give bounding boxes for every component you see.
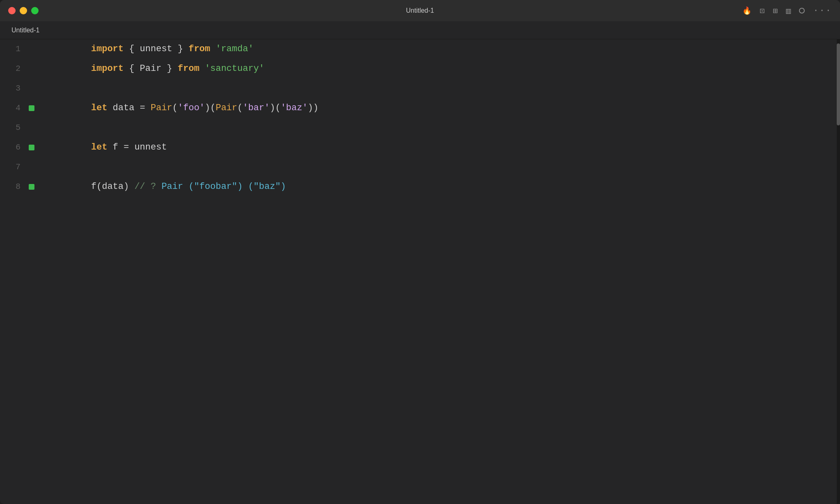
scrollbar-thumb[interactable] <box>837 43 840 125</box>
run-indicator-4 <box>29 105 34 111</box>
string-foo: 'foo' <box>178 103 205 113</box>
grid-icon[interactable]: ⊞ <box>773 6 778 16</box>
line-number-7: 7 <box>8 163 29 171</box>
line-number-2: 2 <box>8 65 29 73</box>
maximize-button[interactable] <box>31 7 39 14</box>
keyword-let-6: let <box>91 142 107 152</box>
unsaved-indicator <box>799 8 805 14</box>
toolbar-icons: 🔥 ⊡ ⊞ ▥ ··· <box>742 6 832 16</box>
line-indicator-8 <box>29 184 37 190</box>
code-line-8: 8 f(data) // ? Pair ("foobar") ("baz") <box>8 177 837 197</box>
code-content-2: import { Pair } from 'sanctuary' <box>37 55 265 82</box>
comment-value-8: Pair ("foobar") ("baz") <box>162 182 286 192</box>
code-line-2: 2 import { Pair } from 'sanctuary' <box>8 59 837 79</box>
string-baz: 'baz' <box>281 103 308 113</box>
keyword-import-1: import <box>91 44 123 54</box>
flame-icon[interactable]: 🔥 <box>742 6 751 15</box>
title-bar: Untitled-1 🔥 ⊡ ⊞ ▥ ··· <box>0 0 840 21</box>
string-ramda: 'ramda' <box>216 44 253 54</box>
window-title: Untitled-1 <box>406 7 434 14</box>
editor-window: Untitled-1 🔥 ⊡ ⊞ ▥ ··· Untitled-1 1 <box>0 0 840 504</box>
traffic-lights <box>8 7 39 14</box>
run-indicator-8 <box>29 184 34 190</box>
code-line-6: 6 let f = unnest <box>8 138 837 157</box>
fn-pair-2: Pair <box>216 103 237 113</box>
panel-icon[interactable]: ▥ <box>786 6 791 16</box>
line-number-4: 4 <box>8 104 29 112</box>
keyword-from-2: from <box>178 64 199 74</box>
comment-8: // ? <box>135 182 162 192</box>
scrollbar[interactable] <box>837 39 840 504</box>
line-indicator-4 <box>29 105 37 111</box>
line-number-6: 6 <box>8 143 29 152</box>
fn-pair-1: Pair <box>151 103 172 113</box>
fn-unnest: unnest <box>135 142 167 152</box>
keyword-from-1: from <box>189 44 210 54</box>
editor-area: 1 import { unnest } from 'ramda' 2 impor… <box>0 39 840 504</box>
more-icon[interactable]: ··· <box>813 6 832 16</box>
string-sanctuary: 'sanctuary' <box>205 64 264 74</box>
split-icon[interactable]: ⊡ <box>760 6 765 16</box>
code-content-8: f(data) // ? Pair ("foobar") ("baz") <box>37 173 286 200</box>
code-content-6: let f = unnest <box>37 134 167 161</box>
code-editor[interactable]: 1 import { unnest } from 'ramda' 2 impor… <box>0 39 837 504</box>
tab-bar: Untitled-1 <box>0 21 840 39</box>
minimize-button[interactable] <box>20 7 27 14</box>
string-bar: 'bar' <box>243 103 270 113</box>
code-content-4: let data = Pair('foo')(Pair('bar')('baz'… <box>37 95 319 122</box>
line-number-8: 8 <box>8 183 29 191</box>
line-indicator-6 <box>29 145 37 150</box>
code-line-4: 4 let data = Pair('foo')(Pair('bar')('ba… <box>8 98 837 118</box>
line-number-1: 1 <box>8 45 29 53</box>
line-number-3: 3 <box>8 84 29 93</box>
file-tab[interactable]: Untitled-1 <box>7 24 44 36</box>
line-number-5: 5 <box>8 124 29 132</box>
run-indicator-6 <box>29 145 34 150</box>
keyword-let-4: let <box>91 103 107 113</box>
close-button[interactable] <box>8 7 16 14</box>
keyword-import-2: import <box>91 64 123 74</box>
